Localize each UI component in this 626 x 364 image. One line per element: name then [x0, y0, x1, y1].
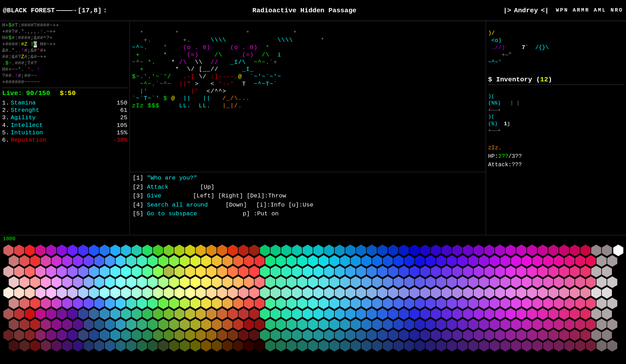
action-2[interactable]: [2] Attack [Up] [133, 183, 483, 192]
stat-name-2: Strenght [11, 107, 120, 114]
attack-row: Attack:??? [488, 161, 624, 169]
player-name: Andrey [514, 7, 538, 14]
stat-num-1: 1. [2, 99, 9, 107]
u-use[interactable]: [u]:Use [288, 202, 313, 208]
stat-num-2: 2. [2, 107, 9, 114]
left-panel: H+$#T:####?####~++ +##?#.*.,,,.!.~++ H#$… [0, 21, 130, 242]
action-key-3: [3] [133, 193, 144, 199]
stat-row-1: 1. Stamina 150 [2, 99, 127, 107]
nav-down[interactable]: [Down] [225, 202, 247, 208]
ascii-line-10: +######~~~~~ [2, 79, 127, 86]
stat-name-1: Stamina [11, 99, 116, 107]
stat-row-2: 2. Strenght 61 [2, 107, 127, 114]
full-layout: @BLACK FOREST ————→ [17,8] : Radioactive… [0, 0, 626, 242]
action-key-4: [4] [133, 202, 144, 208]
inventory-items: )( (%%) | | +——+ )( (%) 1j +——+ [488, 86, 624, 141]
header-arrow: ————→ [56, 7, 76, 14]
header-close[interactable]: <| [541, 7, 549, 14]
ascii-line-5: &#.*..!#;&#*#+ [2, 48, 127, 54]
bottom-status: 1000 [0, 235, 626, 243]
action-key-5: [5] [133, 210, 144, 217]
stat-row-6: 6. Reputation -30% [2, 136, 127, 144]
area-name: Radioactive Hidden Passage [108, 7, 500, 14]
stat-val-1: 150 [116, 99, 127, 107]
nav-left[interactable]: [Left] [193, 193, 214, 199]
left-ascii-terrain: H+$#T:####?####~++ +##?#.*.,,,.!.~++ H#$… [2, 22, 127, 86]
stat-name-4: Intellect [11, 122, 116, 129]
p-put[interactable]: p] :Put on [243, 210, 279, 217]
ascii-line-2: +##?#.*.,,,.!.~++ [2, 29, 127, 35]
stat-row-5: 5. Intuition 15% [2, 129, 127, 136]
action-bar: [1] "Who are you?" [2] Attack [Up] [3] G… [130, 172, 486, 242]
nav-right[interactable]: [Right] [218, 193, 243, 199]
stat-name-5: Intuition [11, 129, 116, 136]
action-5[interactable]: [5] Go to subspace p] :Put on [133, 209, 483, 218]
game-container: 0 @BLACK FOREST ————→ [17,8] : Radioacti… [0, 0, 626, 364]
ascii-line-7: .$~.###;T#? [2, 60, 127, 67]
header-bar: @BLACK FOREST ————→ [17,8] : Radioactive… [0, 0, 626, 21]
stat-val-5: 15% [116, 129, 127, 136]
ascii-line-4: +####:#Z !@ H#~++ [2, 41, 127, 48]
right-ascii-top: )/ <o) .//) 7` /{}\ +—" ~^~' [488, 22, 624, 74]
action-label-2: Attack [147, 184, 168, 190]
i-info[interactable]: [i]:Info [256, 202, 285, 208]
nav-up[interactable]: [Up] [200, 184, 214, 190]
ascii-line-1: H+$#T:####?####~++ [2, 22, 127, 29]
stat-num-3: 3. [2, 114, 9, 121]
stat-name-6: Reputation [11, 136, 113, 144]
inventory-close: ) [548, 76, 552, 83]
stat-val-4: 105 [116, 122, 127, 129]
location-label: @BLACK FOREST [3, 7, 55, 14]
del-throw[interactable]: [Del]:Throw [247, 193, 286, 199]
ascii-line-6: ##:&#?Z#;&#~++ [2, 54, 127, 60]
action-left: [1] "Who are you?" [2] Attack [Up] [3] G… [133, 174, 483, 218]
stat-val-3: 25 [120, 114, 127, 121]
status-value: 1000 [3, 236, 15, 242]
header-divider: |> [503, 7, 511, 14]
hp-row: HP:2??/3?? [488, 152, 624, 161]
stat-val-6: -30% [113, 136, 127, 144]
stat-num-5: 5. [2, 129, 9, 136]
inventory-label: $ Inventory ( [488, 76, 540, 83]
stat-row-4: 4. Intellect 105 [2, 122, 127, 129]
ascii-line-3: H#$#:####;&##^?+ [2, 35, 127, 41]
live-current: 90/150 [26, 89, 50, 97]
action-label-3: Give [147, 193, 161, 199]
action-1[interactable]: [1] "Who are you?" [133, 174, 483, 183]
live-row: Live: 90/150 $:50 [2, 89, 127, 98]
ascii-line-9: ?##.!#;##~~ [2, 73, 127, 79]
action-key-1: [1] [133, 175, 144, 181]
inventory-header: $ Inventory (12) [488, 76, 624, 85]
map-area: * * * * +. +. \\\\ \\\\ * ~^~. ' (o . 0)… [130, 21, 486, 172]
action-label-4: Search all around [147, 202, 208, 208]
stat-name-3: Agility [11, 114, 120, 121]
action-label-5: Go to subspace [147, 210, 197, 217]
header-stats-labels: WPN ARMR AML NRO [556, 7, 623, 13]
action-rows: [1] "Who are you?" [2] Attack [Up] [3] G… [133, 174, 483, 218]
gold-value: $:50 [60, 89, 76, 97]
stat-num-6: 6. [2, 136, 9, 144]
map-canvas: * * * * +. +. \\\\ \\\\ * ~^~. ' (o . 0)… [130, 21, 486, 172]
color-palette [0, 243, 626, 364]
action-4[interactable]: [4] Search all around [Down] [i]:Info [u… [133, 201, 483, 210]
stat-row-3: 3. Agility 25 [2, 114, 127, 121]
header-coords: [17,8] [78, 7, 101, 14]
live-label: Live: [2, 89, 26, 97]
stat-num-4: 4. [2, 122, 9, 129]
stat-val-2: 61 [120, 107, 127, 114]
inventory-count: 12 [540, 76, 548, 83]
action-label-1: "Who are you?" [147, 175, 197, 181]
enemy-id: zIz. [488, 144, 624, 152]
action-key-2: [2] [133, 184, 144, 190]
hex-canvas[interactable] [0, 243, 626, 364]
enemy-info: zIz. HP:2??/3?? Attack:??? [488, 144, 624, 169]
left-divider [2, 88, 127, 88]
right-panel: )/ <o) .//) 7` /{}\ +—" ~^~' $ Inventory… [486, 21, 626, 242]
header-colon: : [103, 7, 107, 14]
ascii-line-8: H#+~~*. *. ! [2, 67, 127, 73]
action-3[interactable]: [3] Give [Left] [Right] [Del]:Throw [133, 191, 483, 201]
